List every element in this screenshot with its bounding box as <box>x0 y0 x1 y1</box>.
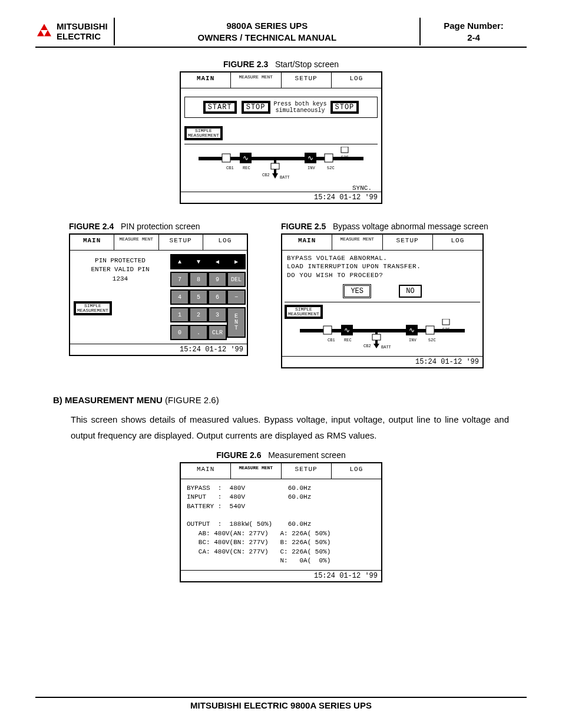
svg-marker-31 <box>373 344 379 348</box>
svg-marker-2 <box>44 30 51 37</box>
svg-rect-27 <box>426 326 434 334</box>
svg-text:CB1: CB1 <box>226 166 234 170</box>
svg-text:52C: 52C <box>428 338 436 342</box>
mitsubishi-logo-icon <box>35 23 53 41</box>
simple-measurement-button[interactable]: SIMPLE MEASUREMENT <box>285 305 323 319</box>
brand-block: MITSUBISHI ELECTRIC <box>35 18 115 45</box>
figure-2-6-screen: MAIN MEASURE MENT SETUP LOG BYPASS : 480… <box>180 462 382 583</box>
timestamp: 15:24 01-12 '99 <box>181 192 381 203</box>
svg-text:INV: INV <box>308 166 315 170</box>
simple-measurement-button[interactable]: SIMPLE MEASUREMENT <box>184 126 223 140</box>
stop-button[interactable]: STOP <box>242 101 270 114</box>
tab-setup[interactable]: SETUP <box>282 463 332 479</box>
key-8[interactable]: 8 <box>189 272 208 287</box>
measurement-values: BYPASS : 480V 60.0Hz INPUT : 480V 60.0Hz… <box>184 483 378 567</box>
tab-setup[interactable]: SETUP <box>383 235 433 250</box>
svg-rect-30 <box>372 334 381 340</box>
tab-main[interactable]: MAIN <box>70 235 114 250</box>
header-page: Page Number: 2-4 <box>421 18 527 45</box>
figure-2-3-caption: FIGURE 2.3 Start/Stop screen <box>35 60 527 69</box>
svg-text:52S: 52S <box>341 155 349 160</box>
key-clr[interactable]: CLR <box>208 325 227 340</box>
figure-2-5-screen: MAIN MEASURE MENT SETUP LOG BYPASS VOLTA… <box>281 233 484 368</box>
svg-text:52C: 52C <box>327 166 335 170</box>
svg-text:BATT: BATT <box>381 345 391 350</box>
svg-text:BATT: BATT <box>280 175 290 180</box>
tab-setup[interactable]: SETUP <box>282 73 332 88</box>
figure-2-6-caption: FIGURE 2.6 Measurement screen <box>35 450 527 460</box>
tab-measurement[interactable]: MEASURE MENT <box>231 73 281 88</box>
power-flow-diagram: ∿ ∿ CB1 REC CB2 BATT INV 52S 52C <box>184 144 378 188</box>
tab-main[interactable]: MAIN <box>282 235 332 250</box>
svg-text:∿: ∿ <box>344 327 350 335</box>
brand-bottom: ELECTRIC <box>57 32 108 42</box>
tab-log[interactable]: LOG <box>332 463 381 479</box>
key-dot[interactable]: . <box>189 325 208 340</box>
tab-log[interactable]: LOG <box>433 235 482 250</box>
yes-button[interactable]: YES <box>343 284 371 298</box>
key-2[interactable]: 2 <box>189 307 208 322</box>
svg-rect-4 <box>222 154 230 162</box>
section-b-para: This screen shows details of measured va… <box>71 411 509 443</box>
key-0[interactable]: 0 <box>170 325 189 340</box>
svg-text:52S: 52S <box>442 327 450 332</box>
figure-2-4-screen: MAIN MEASURE MENT SETUP LOG PIN PROTECTE… <box>69 233 248 356</box>
section-b: B) MEASUREMENT MENU (FIGURE 2.6) This sc… <box>53 392 509 443</box>
tab-main[interactable]: MAIN <box>181 463 231 479</box>
svg-text:CB2: CB2 <box>262 173 270 177</box>
tab-measurement[interactable]: MEASURE MENT <box>332 235 382 250</box>
tab-log[interactable]: LOG <box>332 73 381 88</box>
figure-2-5-caption: FIGURE 2.5 Bypass voltage abnormal messa… <box>281 222 493 231</box>
header-title: 9800A SERIES UPS OWNERS / TECHNICAL MANU… <box>115 18 421 45</box>
timestamp: 15:24 01-12 '99 <box>282 356 482 367</box>
key-del[interactable]: DEL <box>227 272 246 287</box>
svg-marker-0 <box>41 24 48 30</box>
tab-setup[interactable]: SETUP <box>159 235 203 250</box>
page-footer: MITSUBISHI ELECTRIC 9800A SERIES UPS <box>35 697 527 710</box>
key-6[interactable]: 6 <box>208 289 227 305</box>
no-button[interactable]: NO <box>399 285 421 298</box>
key-7[interactable]: 7 <box>170 272 189 287</box>
svg-rect-9 <box>325 154 333 162</box>
key-ent[interactable]: E N T <box>227 307 246 338</box>
svg-marker-1 <box>37 30 44 37</box>
svg-text:REC: REC <box>344 338 352 342</box>
page-header: MITSUBISHI ELECTRIC 9800A SERIES UPS OWN… <box>35 18 527 48</box>
tab-log[interactable]: LOG <box>203 235 247 250</box>
tab-measurement[interactable]: MEASURE MENT <box>231 463 281 479</box>
svg-rect-12 <box>271 163 279 169</box>
tab-measurement[interactable]: MEASURE MENT <box>114 235 158 250</box>
press-both-hint: Press both keys simultaneously <box>274 101 327 114</box>
key-1[interactable]: 1 <box>170 307 189 322</box>
svg-rect-22 <box>323 326 332 334</box>
key-left-icon[interactable]: ◀ <box>208 254 227 269</box>
timestamp: 15:24 01-12 '99 <box>70 344 247 355</box>
simple-measurement-button[interactable]: SIMPLE MEASUREMENT <box>74 301 112 315</box>
svg-rect-10 <box>341 147 348 153</box>
svg-text:∿: ∿ <box>243 154 249 163</box>
tab-main[interactable]: MAIN <box>181 73 231 88</box>
figure-2-3-screen: MAIN MEASURE MENT SETUP LOG START STOP P… <box>180 71 382 204</box>
key-down-icon[interactable]: ▼ <box>189 254 208 269</box>
key-9[interactable]: 9 <box>208 272 227 287</box>
key-up-icon[interactable]: ▲ <box>170 254 189 269</box>
stop-button-2[interactable]: STOP <box>330 101 359 114</box>
timestamp: 15:24 01-12 '99 <box>181 570 381 581</box>
key-5[interactable]: 5 <box>189 289 208 305</box>
pin-message: PIN PROTECTED ENTER VALID PIN 1234 SIMPL… <box>74 254 167 340</box>
key-right-icon[interactable]: ▶ <box>227 254 246 269</box>
sync-label: SYNC. <box>184 185 378 192</box>
svg-text:INV: INV <box>409 338 416 342</box>
key-minus[interactable]: − <box>227 289 246 305</box>
svg-text:REC: REC <box>243 166 250 170</box>
key-3[interactable]: 3 <box>208 307 227 322</box>
key-4[interactable]: 4 <box>170 289 189 305</box>
bypass-abnormal-msg: BYPASS VOLTAGE ABNORMAL. LOAD INTERRUPTI… <box>285 253 480 281</box>
svg-text:CB2: CB2 <box>363 344 371 348</box>
start-stop-row: START STOP Press both keys simultaneousl… <box>184 97 378 118</box>
svg-text:CB1: CB1 <box>328 338 335 342</box>
power-flow-diagram: ∿ ∿ CB1 REC CB2 BATT INV 52 <box>285 319 480 354</box>
keypad: ▲ ▼ ◀ ▶ 7 8 9 DEL 4 5 6 − 1 <box>170 254 243 340</box>
start-button[interactable]: START <box>203 101 237 114</box>
figure-2-4-caption: FIGURE 2.4 PIN protection screen <box>69 222 269 231</box>
